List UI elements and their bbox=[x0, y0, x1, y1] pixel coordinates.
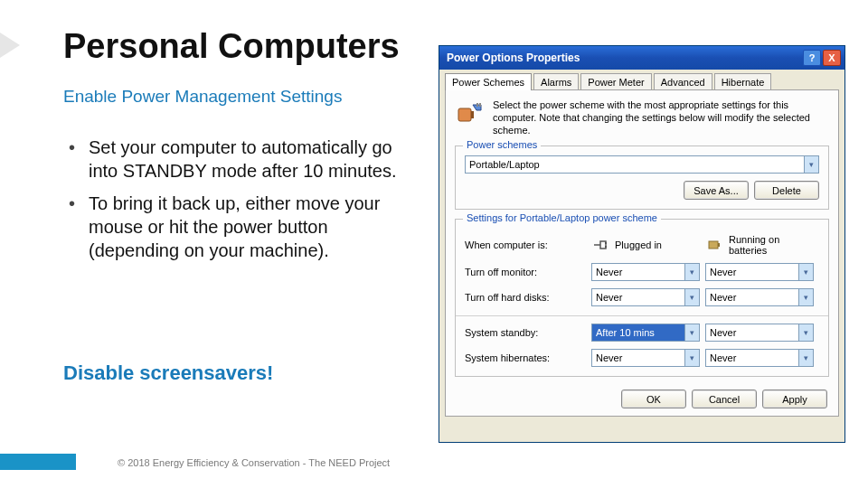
row-label: Turn off monitor: bbox=[465, 267, 591, 277]
chevron-down-icon: ▾ bbox=[798, 264, 813, 280]
row-monitor: Turn off monitor: Never▾ Never▾ bbox=[465, 263, 819, 281]
cancel-label: Cancel bbox=[709, 394, 740, 405]
scheme-button-row: Save As... Delete bbox=[465, 181, 819, 200]
standby-battery-select[interactable]: Never▾ bbox=[705, 324, 814, 342]
hibernate-plugged-select[interactable]: Never▾ bbox=[591, 349, 700, 367]
settings-header-row: When computer is: Plugged in Running on … bbox=[465, 234, 819, 256]
tab-alarms[interactable]: Alarms bbox=[533, 73, 579, 90]
slide-subtitle: Enable Power Management Settings bbox=[63, 87, 342, 107]
col-battery-label: Running on batteries bbox=[729, 234, 819, 256]
scheme-combo[interactable]: Portable/Laptop ▾ bbox=[465, 155, 819, 174]
svg-rect-1 bbox=[471, 111, 474, 118]
tab-power-schemes[interactable]: Power Schemes bbox=[445, 73, 532, 90]
chevron-down-icon: ▾ bbox=[684, 324, 699, 341]
footer-accent-bar bbox=[0, 454, 76, 470]
battery-icon bbox=[705, 236, 723, 254]
bullet-text: To bring it back up, either move your mo… bbox=[89, 192, 421, 262]
when-label: When computer is: bbox=[465, 239, 591, 250]
help-icon: ? bbox=[809, 52, 816, 63]
delete-button[interactable]: Delete bbox=[754, 181, 819, 200]
chevron-down-icon: ▾ bbox=[684, 264, 699, 280]
group-label: Settings for Portable/Laptop power schem… bbox=[463, 212, 661, 223]
svg-rect-3 bbox=[479, 103, 481, 107]
svg-rect-5 bbox=[605, 246, 607, 248]
power-options-dialog: Power Options Properties ? X Power Schem… bbox=[439, 45, 845, 443]
select-value: Never bbox=[710, 352, 809, 363]
tab-power-meter[interactable]: Power Meter bbox=[580, 73, 651, 90]
row-hibernate: System hibernates: Never▾ Never▾ bbox=[465, 349, 819, 367]
select-value: Never bbox=[710, 292, 809, 303]
row-label: Turn off hard disks: bbox=[465, 292, 591, 303]
select-value: Never bbox=[596, 267, 695, 277]
bullet-text: Set your computer to automatically go in… bbox=[89, 136, 421, 183]
apply-label: Apply bbox=[782, 394, 807, 405]
bullet-dot: • bbox=[69, 136, 89, 183]
settings-group: Settings for Portable/Laptop power schem… bbox=[455, 219, 829, 377]
select-value: After 10 mins bbox=[596, 327, 695, 338]
svg-rect-6 bbox=[709, 241, 718, 249]
row-disks: Turn off hard disks: Never▾ Never▾ bbox=[465, 288, 819, 306]
svg-rect-7 bbox=[718, 243, 720, 247]
intro-row: Select the power scheme with the most ap… bbox=[455, 99, 829, 136]
save-as-button[interactable]: Save As... bbox=[684, 181, 749, 200]
delete-label: Delete bbox=[772, 185, 801, 196]
chevron-down-icon: ▾ bbox=[798, 289, 813, 305]
row-label: System standby: bbox=[465, 327, 591, 338]
tab-strip: Power Schemes Alarms Power Meter Advance… bbox=[439, 70, 844, 90]
col-plugged: Plugged in bbox=[591, 236, 705, 254]
select-value: Never bbox=[710, 267, 809, 277]
help-button[interactable]: ? bbox=[803, 50, 821, 66]
dialog-footer: OK Cancel Apply bbox=[621, 389, 827, 408]
select-value: Never bbox=[596, 292, 695, 303]
chevron-down-icon: ▾ bbox=[684, 350, 699, 366]
close-button[interactable]: X bbox=[823, 50, 841, 66]
tab-body: Select the power scheme with the most ap… bbox=[445, 89, 839, 417]
svg-rect-0 bbox=[458, 108, 471, 121]
accent-triangle bbox=[0, 33, 20, 58]
select-value: Never bbox=[596, 352, 695, 363]
apply-button[interactable]: Apply bbox=[762, 389, 827, 408]
col-plugged-label: Plugged in bbox=[615, 239, 662, 250]
col-battery: Running on batteries bbox=[705, 234, 819, 256]
monitor-battery-select[interactable]: Never▾ bbox=[705, 263, 814, 281]
battery-plug-icon bbox=[455, 99, 484, 128]
divider bbox=[456, 315, 828, 316]
bullet-item: •To bring it back up, either move your m… bbox=[69, 192, 421, 262]
slide: Personal Computers Enable Power Manageme… bbox=[0, 0, 868, 488]
disable-screensavers: Disable screensavers! bbox=[63, 361, 273, 385]
chevron-down-icon: ▾ bbox=[804, 156, 818, 173]
disks-plugged-select[interactable]: Never▾ bbox=[591, 288, 700, 306]
disks-battery-select[interactable]: Never▾ bbox=[705, 288, 814, 306]
standby-plugged-select[interactable]: After 10 mins▾ bbox=[591, 324, 700, 342]
select-value: Never bbox=[710, 327, 809, 338]
intro-text: Select the power scheme with the most ap… bbox=[493, 99, 829, 136]
chevron-down-icon: ▾ bbox=[684, 289, 699, 305]
row-standby: System standby: After 10 mins▾ Never▾ bbox=[465, 324, 819, 342]
save-as-label: Save As... bbox=[693, 185, 739, 196]
power-schemes-group: Power schemes Portable/Laptop ▾ Save As.… bbox=[455, 145, 829, 210]
monitor-plugged-select[interactable]: Never▾ bbox=[591, 263, 700, 281]
bullet-dot: • bbox=[69, 192, 89, 262]
scheme-value: Portable/Laptop bbox=[469, 159, 540, 170]
tab-advanced[interactable]: Advanced bbox=[654, 73, 712, 90]
chevron-down-icon: ▾ bbox=[798, 324, 813, 341]
group-label: Power schemes bbox=[463, 139, 541, 150]
bullet-item: •Set your computer to automatically go i… bbox=[69, 136, 421, 183]
slide-title: Personal Computers bbox=[63, 27, 400, 66]
dialog-title: Power Options Properties bbox=[447, 52, 801, 64]
ok-label: OK bbox=[646, 394, 661, 405]
chevron-down-icon: ▾ bbox=[798, 350, 813, 366]
hibernate-battery-select[interactable]: Never▾ bbox=[705, 349, 814, 367]
close-icon: X bbox=[828, 52, 835, 63]
footer-text: © 2018 Energy Efficiency & Conservation … bbox=[118, 457, 390, 468]
ok-button[interactable]: OK bbox=[621, 389, 686, 408]
svg-rect-4 bbox=[605, 242, 607, 244]
row-label: System hibernates: bbox=[465, 352, 591, 363]
plug-icon bbox=[591, 236, 609, 254]
dialog-titlebar: Power Options Properties ? X bbox=[439, 46, 844, 70]
cancel-button[interactable]: Cancel bbox=[692, 389, 757, 408]
tab-hibernate[interactable]: Hibernate bbox=[714, 73, 772, 90]
bullet-list: •Set your computer to automatically go i… bbox=[69, 136, 421, 271]
svg-rect-2 bbox=[476, 103, 478, 107]
